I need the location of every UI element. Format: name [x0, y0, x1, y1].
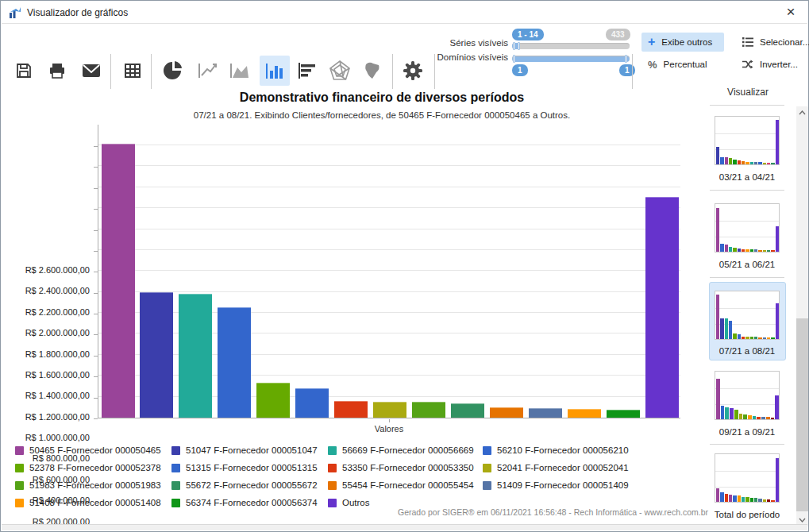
legend-item: 53350 F-Fornecedor 000053350	[328, 462, 474, 473]
period-thumbnail[interactable]	[715, 453, 780, 503]
pie-chart-button[interactable]	[158, 56, 188, 86]
gridline	[98, 291, 680, 292]
gridline	[98, 229, 680, 229]
sidebar-divider	[710, 444, 784, 445]
chart-bar[interactable]	[451, 403, 484, 418]
show-others-button[interactable]: + Exibe outros	[641, 33, 724, 52]
period-thumbnail[interactable]	[715, 116, 780, 165]
legend-label: 51047 F-Fornecedor 000051047	[186, 445, 318, 455]
series-visible-slider[interactable]	[512, 43, 630, 49]
legend-label: 50465 F-Fornecedor 000050465	[29, 445, 161, 455]
settings-button[interactable]	[398, 56, 428, 86]
toolbar-separator	[110, 54, 111, 89]
chart-bar[interactable]	[295, 388, 329, 418]
legend-swatch	[483, 481, 491, 490]
bar-chart-button[interactable]	[260, 56, 290, 86]
legend-label: 56374 F-Fornecedor 000056374	[186, 498, 318, 507]
email-button[interactable]	[76, 56, 106, 86]
legend-label: 56210 F-Fornecedor 000056210	[497, 445, 629, 455]
period-thumbnail[interactable]	[715, 371, 780, 420]
hbar-chart-button[interactable]	[292, 56, 322, 86]
legend-swatch	[328, 481, 337, 490]
period-thumbnail-label: 09/21 a 09/21	[705, 427, 789, 437]
close-icon[interactable]: ×	[777, 2, 804, 24]
sidebar-divider	[710, 190, 784, 191]
domains-slider-thumb-left[interactable]	[513, 55, 515, 63]
legend-swatch	[171, 499, 180, 507]
legend-label: 51315 F-Fornecedor 000051315	[186, 463, 318, 472]
legend-item: Outros	[328, 497, 370, 508]
window-bottom-edge	[2, 524, 807, 530]
app-window: Visualizador de gráficos ×	[0, 0, 809, 532]
legend-label: 55454 F-Fornecedor 000055454	[342, 480, 474, 490]
legend-swatch	[171, 464, 180, 472]
series-slider-thumb-right[interactable]	[518, 42, 520, 50]
chart-bar[interactable]	[607, 410, 640, 418]
percent-icon: %	[648, 59, 657, 71]
x-axis-tick	[389, 419, 390, 422]
chart-bar[interactable]	[490, 407, 523, 418]
invert-label: Inverter...	[760, 60, 798, 69]
select-series-button[interactable]: Selecionar...	[736, 33, 809, 52]
legend-item: 51408 F-Fornecedor 000051408	[15, 497, 161, 508]
window-title: Visualizador de gráficos	[27, 7, 128, 18]
title-bar[interactable]: Visualizador de gráficos ×	[2, 2, 807, 24]
shuffle-icon	[742, 60, 753, 69]
chart-bar[interactable]	[529, 408, 562, 418]
print-button[interactable]	[42, 56, 72, 86]
table-view-button[interactable]	[117, 56, 148, 86]
toolbar-separator	[392, 54, 393, 89]
legend-item: 56374 F-Fornecedor 000056374	[171, 497, 318, 508]
gridline	[98, 145, 680, 145]
legend-item: 51409 F-Fornecedor 000051409	[483, 480, 629, 491]
chart-bar[interactable]	[218, 307, 251, 418]
percent-button[interactable]: % Percentual	[641, 55, 724, 74]
chart-bar[interactable]	[140, 292, 173, 418]
legend-swatch	[171, 481, 180, 490]
toolbar-separator	[151, 54, 152, 89]
series-visible-label: Séries visíveis	[432, 38, 508, 48]
map-chart-button[interactable]	[356, 56, 387, 86]
chart-bar[interactable]	[256, 383, 290, 418]
scrollbar-thumb[interactable]	[796, 318, 808, 511]
period-thumbnail[interactable]	[715, 291, 780, 340]
chart-bar[interactable]	[102, 144, 135, 418]
y-tick-label: R$ 1.800.000,00	[1, 349, 90, 359]
legend-label: 51409 F-Fornecedor 000051409	[497, 480, 629, 490]
y-tick-label: R$ 2.000.000,00	[1, 328, 90, 337]
domains-visible-label: Domínios visíveis	[432, 52, 508, 62]
save-button[interactable]	[9, 56, 39, 86]
period-thumbnail-label: 05/21 a 06/21	[705, 260, 789, 269]
legend-label: 51408 F-Fornecedor 000051408	[29, 498, 161, 507]
generated-by-footer: Gerado por SIGER® em 06/11/2021 16:56:48…	[398, 507, 708, 517]
legend-label: 52378 F-Fornecedor 000052378	[29, 463, 161, 472]
sidebar-scrollbar[interactable]	[796, 106, 808, 526]
chart-bar[interactable]	[179, 294, 212, 418]
x-axis-label: Valores	[98, 424, 680, 434]
domains-slider-thumb-right[interactable]	[625, 55, 627, 63]
y-tick-label: R$ 2.400.000,00	[1, 286, 90, 295]
chart-bar[interactable]	[645, 197, 679, 418]
domains-visible-slider[interactable]	[512, 56, 630, 62]
chart-bar[interactable]	[412, 402, 445, 418]
list-icon	[742, 37, 753, 47]
scroll-up-icon[interactable]	[796, 106, 808, 119]
invert-button[interactable]: Inverter...	[736, 55, 804, 74]
domains-left-badge: 1	[512, 64, 528, 76]
percent-label: Percentual	[664, 60, 707, 69]
legend-item: 51047 F-Fornecedor 000051047	[171, 445, 318, 456]
line-chart-button[interactable]	[193, 56, 223, 86]
radar-chart-button[interactable]	[325, 56, 355, 86]
legend-swatch	[483, 446, 491, 455]
period-thumbnail[interactable]	[715, 203, 780, 253]
period-thumbnail-label: 03/21 a 04/21	[705, 172, 789, 182]
chart-bar[interactable]	[334, 401, 368, 418]
sidebar-title: Visualizar	[710, 87, 786, 98]
area-chart-button[interactable]	[225, 56, 255, 86]
y-tick	[94, 418, 98, 419]
legend-swatch	[328, 446, 337, 455]
chart-bar[interactable]	[373, 402, 406, 418]
chart-bar[interactable]	[568, 409, 601, 418]
series-slider-thumb-left[interactable]	[513, 42, 515, 50]
legend-swatch	[15, 481, 24, 490]
